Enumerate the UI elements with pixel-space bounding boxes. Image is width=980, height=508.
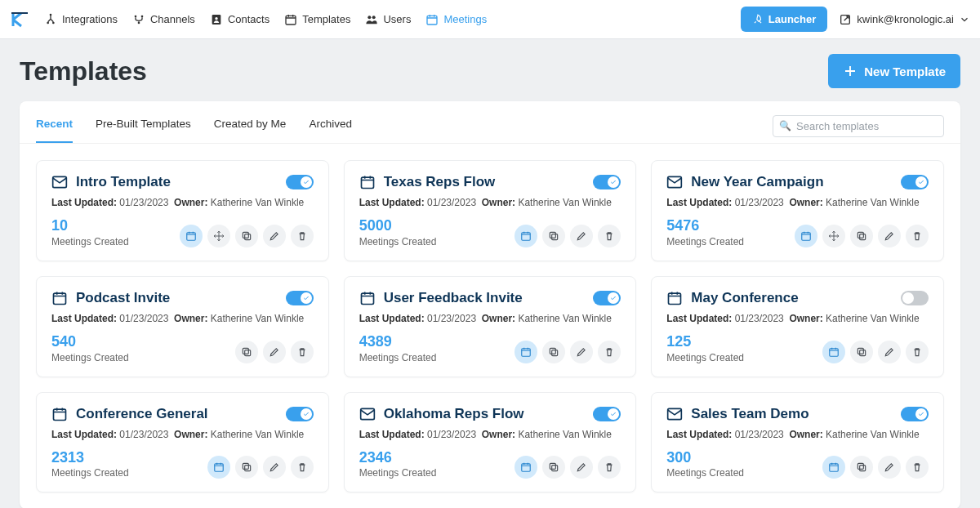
tab-archived[interactable]: Archived — [309, 109, 352, 143]
nav-integrations[interactable]: Integrations — [44, 13, 118, 26]
card-actions — [822, 456, 929, 479]
action-move[interactable] — [207, 225, 230, 247]
edit-icon — [576, 346, 587, 358]
template-title: Texas Reps Flow — [384, 174, 586, 190]
panel-head: Recent Pre-Built Templates Created by Me… — [20, 101, 960, 144]
action-calendar[interactable] — [822, 341, 845, 363]
calendar-icon — [51, 290, 68, 306]
new-template-button[interactable]: New Template — [828, 54, 960, 88]
template-card: Conference General Last Updated: 01/23/2… — [36, 392, 329, 493]
action-edit[interactable] — [570, 341, 593, 363]
calendar-icon — [800, 230, 812, 242]
nav-label: Users — [383, 13, 411, 25]
nav-users[interactable]: Users — [365, 13, 411, 26]
action-edit[interactable] — [878, 225, 901, 247]
action-copy[interactable] — [235, 456, 258, 479]
template-card: New Year Campaign Last Updated: 01/23/20… — [651, 160, 944, 261]
edit-icon — [576, 461, 587, 473]
tab-prebuilt[interactable]: Pre-Built Templates — [96, 109, 191, 143]
action-delete[interactable] — [598, 341, 621, 363]
card-actions — [180, 225, 314, 247]
mail-icon — [666, 406, 683, 422]
edit-icon — [576, 230, 587, 242]
action-delete[interactable] — [291, 341, 314, 363]
action-copy[interactable] — [850, 341, 873, 363]
action-calendar[interactable] — [207, 456, 230, 479]
delete-icon — [604, 230, 615, 242]
action-edit[interactable] — [263, 341, 286, 363]
calendar-icon — [359, 290, 376, 306]
search-input[interactable] — [773, 115, 944, 137]
active-toggle[interactable] — [593, 291, 621, 305]
active-toggle[interactable] — [593, 175, 621, 189]
templates-grid: Intro Template Last Updated: 01/23/2023 … — [20, 144, 960, 508]
template-title: Oklahoma Reps Flow — [384, 406, 586, 422]
action-move[interactable] — [822, 225, 845, 247]
active-toggle[interactable] — [901, 291, 929, 305]
nav-meetings[interactable]: Meetings — [425, 13, 487, 26]
template-card: User Feedback Invite Last Updated: 01/23… — [344, 276, 637, 377]
nav-channels[interactable]: Channels — [132, 13, 195, 26]
card-actions — [514, 456, 621, 479]
action-copy[interactable] — [235, 225, 258, 247]
meetings-count-label: Meetings Created — [51, 236, 129, 247]
template-title: Intro Template — [76, 174, 278, 190]
action-edit[interactable] — [570, 456, 593, 479]
action-delete[interactable] — [906, 225, 929, 247]
action-calendar[interactable] — [180, 225, 203, 247]
nav-contacts[interactable]: Contacts — [210, 13, 270, 26]
copy-icon — [241, 230, 252, 242]
nav-label: Integrations — [62, 13, 118, 25]
edit-icon — [269, 461, 280, 473]
calendar-icon — [213, 461, 225, 473]
action-calendar[interactable] — [822, 456, 845, 479]
action-copy[interactable] — [542, 341, 565, 363]
action-copy[interactable] — [850, 225, 873, 247]
plus-icon — [843, 64, 858, 78]
meetings-count: 4389 — [359, 334, 437, 350]
nav-templates[interactable]: Templates — [284, 13, 350, 26]
tab-created-by-me[interactable]: Created by Me — [214, 109, 287, 143]
page-title: Templates — [20, 56, 147, 87]
active-toggle[interactable] — [286, 175, 314, 189]
launcher-button[interactable]: Launcher — [741, 7, 828, 32]
active-toggle[interactable] — [593, 407, 621, 421]
action-delete[interactable] — [906, 341, 929, 363]
action-calendar[interactable] — [514, 225, 537, 247]
action-edit[interactable] — [878, 341, 901, 363]
edit-icon — [269, 230, 280, 242]
template-meta: Last Updated: 01/23/2023 Owner: Katherin… — [51, 429, 314, 440]
action-delete[interactable] — [906, 456, 929, 479]
action-calendar[interactable] — [514, 456, 537, 479]
action-delete[interactable] — [291, 225, 314, 247]
action-copy[interactable] — [850, 456, 873, 479]
template-title: User Feedback Invite — [384, 290, 586, 306]
template-meta: Last Updated: 01/23/2023 Owner: Katherin… — [666, 197, 929, 208]
meetings-count: 10 — [51, 218, 129, 234]
active-toggle[interactable] — [901, 175, 929, 189]
action-copy[interactable] — [542, 225, 565, 247]
action-calendar[interactable] — [795, 225, 817, 247]
action-copy[interactable] — [235, 341, 258, 363]
active-toggle[interactable] — [286, 291, 314, 305]
action-edit[interactable] — [263, 225, 286, 247]
nav-label: Templates — [302, 13, 350, 25]
card-actions — [795, 225, 929, 247]
active-toggle[interactable] — [286, 407, 314, 421]
active-toggle[interactable] — [901, 407, 929, 421]
calendar-icon — [520, 346, 532, 358]
copy-icon — [856, 461, 867, 473]
template-meta: Last Updated: 01/23/2023 Owner: Katherin… — [359, 197, 621, 208]
user-menu[interactable]: kwink@kronologic.ai — [839, 13, 970, 26]
action-calendar[interactable] — [514, 341, 537, 363]
logo — [10, 10, 29, 29]
action-delete[interactable] — [598, 456, 621, 479]
action-edit[interactable] — [263, 456, 286, 479]
action-delete[interactable] — [291, 456, 314, 479]
action-edit[interactable] — [878, 456, 901, 479]
action-delete[interactable] — [598, 225, 621, 247]
action-edit[interactable] — [570, 225, 593, 247]
action-copy[interactable] — [542, 456, 565, 479]
copy-icon — [241, 346, 252, 358]
tab-recent[interactable]: Recent — [36, 109, 73, 143]
